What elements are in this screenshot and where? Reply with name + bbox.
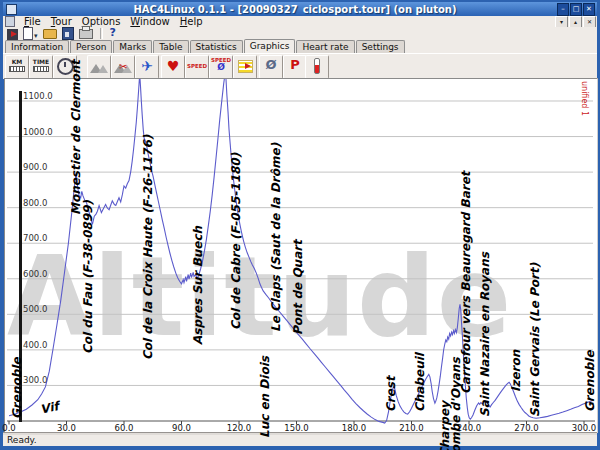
- waypoint-crest: Crest: [384, 376, 398, 412]
- tab-information[interactable]: Information: [5, 40, 69, 53]
- x-axis-time-label: TIME: [30, 58, 52, 65]
- app-icon: [6, 4, 17, 15]
- avg-speed-button[interactable]: SPEEDØ: [209, 55, 233, 79]
- graphics-toolbar: KMTIMESPEEDSPEEDØØP: [3, 53, 597, 79]
- y-tick-label: 500.0: [23, 304, 47, 314]
- new-document-icon: [23, 27, 33, 40]
- energy-icon: [238, 60, 253, 73]
- waypoint-col-du-fau-f-38-0899: Col du Fau (F-38-0899): [81, 200, 95, 354]
- thermometer-icon: [314, 58, 320, 74]
- toolbar-separator: [100, 28, 103, 39]
- tab-bar: InformationPersonMarksTableStatisticsGra…: [3, 40, 597, 53]
- x-axis-time-button[interactable]: TIME: [29, 55, 53, 79]
- help-icon: [110, 21, 116, 40]
- new-tour-button[interactable]: [23, 27, 38, 40]
- x-tick-label: 30.0: [57, 423, 76, 433]
- heart-rate-button[interactable]: [161, 55, 185, 79]
- window-controls: –□✕: [556, 3, 595, 16]
- maximize-button[interactable]: □: [570, 3, 582, 16]
- x-tick-label: 150.0: [284, 423, 308, 433]
- cadence-button[interactable]: Ø: [259, 55, 283, 79]
- menu-help[interactable]: Help: [180, 16, 203, 27]
- tab-statistics[interactable]: Statistics: [190, 40, 243, 53]
- menu-file[interactable]: File: [24, 16, 41, 27]
- y-tick-label: 800.0: [23, 198, 47, 208]
- save-button[interactable]: [62, 27, 74, 40]
- tab-graphics[interactable]: Graphics: [244, 39, 296, 53]
- quit-icon: [7, 29, 18, 40]
- x-tick-label: 60.0: [115, 423, 134, 433]
- cadence-label: Ø: [260, 57, 282, 72]
- title-bar[interactable]: HAC4Linux 0.1.1 - [20090327_ciclosport.t…: [3, 2, 597, 16]
- y-tick-label: 1100.0: [23, 91, 53, 101]
- minimize-button[interactable]: –: [557, 3, 569, 16]
- y-tick-label: 700.0: [23, 233, 47, 243]
- menu-tour[interactable]: Tour: [51, 16, 72, 27]
- waypoint-monestier-de-clermont: Monestier de Clermont: [69, 60, 83, 215]
- tab-settings[interactable]: Settings: [356, 40, 405, 53]
- speed-button[interactable]: SPEED: [185, 55, 209, 79]
- energy-button[interactable]: [233, 55, 257, 79]
- waypoint-col-de-cabre-f-055-1180: Col de Cabre (F-055-1180): [229, 153, 243, 330]
- y-tick-label: 900.0: [23, 162, 47, 172]
- tab-heart-rate[interactable]: Heart rate: [296, 40, 354, 53]
- tab-table[interactable]: Table: [153, 40, 188, 53]
- save-icon: [62, 27, 74, 40]
- status-bar: Ready.: [3, 435, 597, 446]
- open-button[interactable]: [43, 27, 57, 40]
- tab-person[interactable]: Person: [70, 40, 112, 53]
- airplane-icon: [141, 56, 153, 75]
- pause-button[interactable]: P: [283, 55, 307, 79]
- x-tick-label: 0.0: [2, 423, 16, 433]
- close-button[interactable]: ✕: [583, 3, 595, 16]
- speed-label: SPEED: [186, 63, 208, 69]
- open-folder-icon: [43, 29, 57, 39]
- quit-button[interactable]: [7, 27, 18, 40]
- status-text: Ready.: [7, 435, 37, 445]
- x-tick-label: 300.0: [572, 423, 596, 433]
- inclination-button[interactable]: [135, 55, 159, 79]
- window-title: HAC4Linux 0.1.1 - [20090327_ciclosport.t…: [33, 4, 557, 15]
- help-button[interactable]: [110, 27, 116, 40]
- waypoint-pont-de-quart: Pont de Quart: [291, 240, 305, 335]
- y-tick-label: 400.0: [23, 340, 47, 350]
- y-tick-label: 1000.0: [23, 127, 53, 137]
- heart-icon: [167, 56, 180, 75]
- scissors-icon: [119, 61, 127, 72]
- print-icon: [79, 29, 93, 39]
- x-axis-km-button[interactable]: KM: [5, 55, 29, 79]
- x-tick-label: 180.0: [342, 423, 366, 433]
- waypoint-saint-nazaire-en-royans: Saint Nazaire en Royans: [478, 252, 492, 417]
- hac4linux-window: { "window": { "title": "HAC4Linux 0.1.1 …: [0, 0, 600, 450]
- waypoint-aspres-sur-buech: Aspres Sur Buech: [191, 226, 205, 345]
- avg-speed-sub-label: Ø: [210, 62, 232, 72]
- y-tick-label: 600.0: [23, 269, 47, 279]
- y-tick-label: 300.0: [23, 375, 47, 385]
- x-axis-km-label: KM: [6, 58, 28, 65]
- tab-marks[interactable]: Marks: [113, 40, 152, 53]
- waypoint-luc-en-diois: Luc en Diois: [258, 356, 272, 438]
- temperature-button[interactable]: [305, 55, 329, 79]
- x-tick-label: 90.0: [172, 423, 191, 433]
- waypoint-grenoble: Grenoble: [10, 357, 24, 419]
- altitude-button[interactable]: [87, 55, 111, 79]
- waypoint-carrefour-vers-beauregard-baret: Carrefour vers Beauregard Baret: [459, 171, 473, 394]
- waypoint-chabeuil: Chabeuil: [413, 353, 427, 412]
- document-icon: [5, 16, 15, 27]
- waypoint-le-claps-saut-de-la-dr-me: Le Claps (Saut de la Drôme): [269, 143, 283, 332]
- x-tick-label: 210.0: [399, 423, 423, 433]
- series-label: unified 1: [580, 81, 589, 116]
- waypoint-grenoble: Grenoble: [583, 350, 597, 412]
- mountains-icon: [90, 60, 108, 73]
- altitude-chart[interactable]: Altitude unified 1 1100.01000.0900.0800.…: [4, 78, 598, 433]
- waypoint-saint-gervais-le-port: Saint Gervais (Le Port): [528, 263, 542, 417]
- x-tick-label: 120.0: [227, 423, 251, 433]
- waypoint-vif: Vif: [39, 399, 60, 417]
- waypoint-col-de-la-croix-haute-f-26-1176: Col de la Croix Haute (F-26-1176): [141, 135, 155, 360]
- pause-label: P: [284, 57, 306, 72]
- x-tick-label: 270.0: [514, 423, 538, 433]
- altitude-cut-button[interactable]: [111, 55, 135, 79]
- main-toolbar: [3, 27, 597, 40]
- print-button[interactable]: [79, 27, 93, 40]
- menu-window[interactable]: Window: [130, 16, 169, 27]
